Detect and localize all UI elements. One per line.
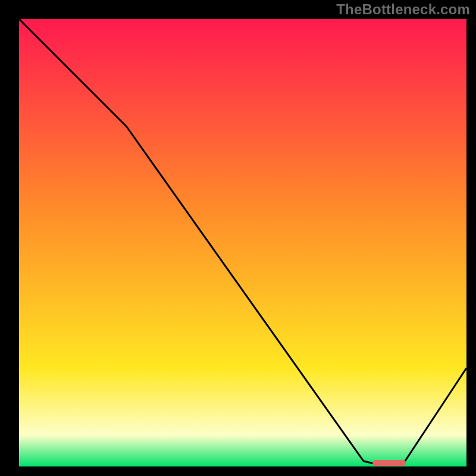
chart-svg: [19, 19, 466, 466]
plot-area: [19, 19, 466, 466]
optimal-marker: [372, 460, 406, 466]
chart-frame: TheBottleneck.com: [0, 0, 476, 476]
watermark-text: TheBottleneck.com: [336, 1, 470, 18]
